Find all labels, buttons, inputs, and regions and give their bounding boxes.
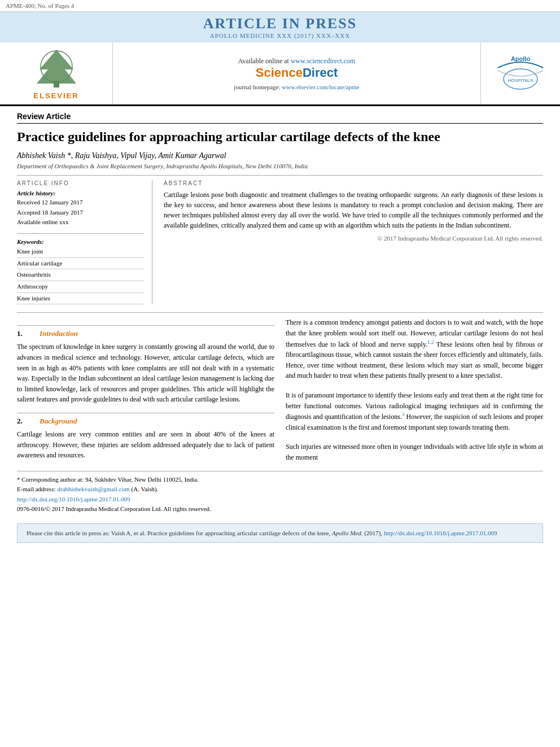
section-2-right-text: There is a common tendency amongst patie… bbox=[286, 317, 543, 381]
abstract-copyright: © 2017 Indraprastha Medical Corporation … bbox=[164, 235, 543, 242]
article-history-section: Article history: Received 12 January 201… bbox=[17, 190, 144, 228]
ref-1-2: 1,2 bbox=[427, 339, 434, 345]
document-id: APME-400; No. of Pages 4 bbox=[6, 2, 74, 9]
affiliation: Department of Orthopaedics & Joint Repla… bbox=[17, 163, 543, 169]
footnote-area: * Corresponding author at: 94, Sukhdev V… bbox=[17, 471, 543, 514]
elsevier-logo-area: ELSEVIER bbox=[0, 42, 113, 104]
info-abstract-section: ARTICLE INFO Article history: Received 1… bbox=[17, 180, 543, 304]
cite-suffix: (2017), bbox=[364, 530, 384, 536]
cite-prefix: Please cite this article in press as: Va… bbox=[27, 530, 330, 536]
body-left-column: 1. Introduction The spectrum of knowledg… bbox=[17, 317, 274, 462]
doi-line: http://dx.doi.org/10.1016/j.apme.2017.01… bbox=[17, 495, 543, 505]
history-heading: Article history: bbox=[17, 190, 144, 196]
section-2-title: Background bbox=[40, 417, 77, 426]
email-link[interactable]: drabhishekvaish@gmail.com bbox=[57, 486, 129, 492]
section-2: 2. Background Cartilage lesions are very… bbox=[17, 413, 274, 461]
section-2-text: Cartilage lesions are very common entiti… bbox=[17, 429, 274, 461]
article-info-column: ARTICLE INFO Article history: Received 1… bbox=[17, 180, 152, 304]
body-right-column: There is a common tendency amongst patie… bbox=[286, 317, 543, 462]
section-2-para2: It is of paramount importance to identif… bbox=[286, 390, 543, 433]
keyword-item-1: Knee joint bbox=[17, 246, 144, 258]
section-1-number: 1. bbox=[17, 329, 28, 338]
rights-line: 0976-0016/© 2017 Indraprastha Medical Co… bbox=[17, 504, 543, 514]
cite-doi-link[interactable]: http://dx.doi.org/10.1016/j.apme.2017.01… bbox=[384, 530, 497, 536]
apollo-logo-svg: Apollo HOSPITALS bbox=[489, 51, 552, 96]
available-online: Available online xxx bbox=[17, 217, 144, 228]
aip-subtitle: APOLLO MEDICINE XXX (2017) XXX–XXX bbox=[0, 32, 560, 41]
abstract-text: Cartilage lesions pose both diagnostic a… bbox=[164, 190, 543, 230]
review-article-label: Review Article bbox=[17, 112, 543, 124]
elsevier-tree-icon bbox=[28, 47, 85, 89]
abstract-label: ABSTRACT bbox=[164, 180, 543, 186]
body-content: 1. Introduction The spectrum of knowledg… bbox=[17, 317, 543, 462]
sciencedirect-logo: ScienceDirect bbox=[256, 65, 338, 80]
doi-link[interactable]: http://dx.doi.org/10.1016/j.apme.2017.01… bbox=[17, 496, 130, 503]
section-1-text: The spectrum of knowledge in knee surger… bbox=[17, 342, 274, 405]
aip-title: ARTICLE IN PRESS bbox=[0, 15, 560, 32]
divider-keywords bbox=[17, 233, 144, 234]
email-line: E-mail address: drabhishekvaish@gmail.co… bbox=[17, 484, 543, 495]
available-online-text: Available online at www.sciencedirect.co… bbox=[238, 57, 356, 65]
svg-text:Apollo: Apollo bbox=[511, 55, 530, 62]
elsevier-label: ELSEVIER bbox=[33, 91, 78, 100]
authors: Abhishek Vaish *, Raju Vaishya, Vipul Vi… bbox=[17, 151, 543, 160]
divider-1 bbox=[17, 175, 543, 176]
section-1-title: Introduction bbox=[40, 329, 78, 338]
corresponding-author: * Corresponding author at: 94, Sukhdev V… bbox=[17, 475, 543, 485]
paper-title: Practice guidelines for approaching arti… bbox=[17, 128, 543, 146]
keywords-heading: Keywords: bbox=[17, 238, 144, 245]
keyword-item-4: Arthroscopy bbox=[17, 281, 144, 293]
abstract-column: ABSTRACT Cartilage lesions pose both dia… bbox=[164, 180, 543, 304]
sciencedirect-url-link[interactable]: www.sciencedirect.com bbox=[291, 57, 356, 65]
svg-text:HOSPITALS: HOSPITALS bbox=[508, 78, 533, 83]
keyword-item-2: Articular cartilage bbox=[17, 258, 144, 270]
section-2-header: 2. Background bbox=[17, 413, 274, 426]
accepted-date: Accepted 18 January 2017 bbox=[17, 208, 144, 218]
journal-homepage-link[interactable]: www.elsevier.com/locate/apme bbox=[282, 84, 359, 90]
cite-journal: Apollo Med. bbox=[332, 530, 362, 536]
journal-homepage: journal homepage: www.elsevier.com/locat… bbox=[234, 84, 359, 90]
divider-2 bbox=[17, 312, 543, 313]
journal-header: ELSEVIER Available online at www.science… bbox=[0, 42, 560, 106]
section-1-header: 1. Introduction bbox=[17, 325, 274, 338]
section-2-number: 2. bbox=[17, 417, 28, 426]
received-date: Received 12 January 2017 bbox=[17, 198, 144, 208]
ref-3: 3 bbox=[402, 412, 405, 417]
top-bar: APME-400; No. of Pages 4 bbox=[0, 0, 560, 12]
cite-bar: Please cite this article in press as: Va… bbox=[17, 523, 543, 543]
journal-center-info: Available online at www.sciencedirect.co… bbox=[113, 42, 481, 104]
article-in-press-banner: ARTICLE IN PRESS APOLLO MEDICINE XXX (20… bbox=[0, 12, 560, 42]
apollo-logo-area: Apollo HOSPITALS bbox=[481, 42, 560, 104]
section-1: 1. Introduction The spectrum of knowledg… bbox=[17, 325, 274, 405]
article-info-label: ARTICLE INFO bbox=[17, 180, 144, 186]
svg-marker-1 bbox=[37, 50, 76, 84]
main-content: Review Article Practice guidelines for a… bbox=[0, 106, 560, 548]
section-2-para3: Such injuries are witnessed more often i… bbox=[286, 442, 543, 462]
keyword-item-5: Knee injuries bbox=[17, 293, 144, 305]
keyword-item-3: Osteoarthritis bbox=[17, 269, 144, 281]
keywords-section: Keywords: Knee joint Articular cartilage… bbox=[17, 238, 144, 304]
